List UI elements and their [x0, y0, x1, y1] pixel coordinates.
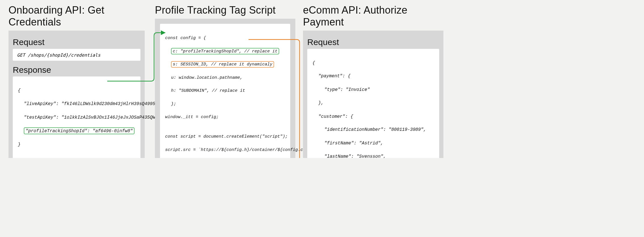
panel1-response-label: Response — [13, 65, 140, 75]
panel2-title: Profile Tracking Tag Script — [155, 4, 295, 16]
config-c-hl: c: "profileTrackingShopId", // replace i… — [171, 48, 279, 54]
code-line: }, — [312, 100, 434, 107]
code-line: "type": "Invoice" — [312, 87, 434, 93]
code-line: u: window.location.pathname, — [165, 74, 285, 81]
code-line: "customer": { — [312, 113, 434, 120]
panel1-response-code: { "liveApiKey": "fkI46lLDWslk9d230dm43jH… — [13, 76, 140, 158]
code-line: { — [312, 60, 434, 67]
code-line: { — [18, 87, 135, 94]
panel1-title: Onboarding API: Get Credentials — [9, 4, 145, 28]
code-line: script.src = `https://${config.h}/contai… — [165, 147, 285, 153]
panel2-code: const config = { c: "profileTrackingShop… — [160, 24, 290, 158]
code-line-highlight-green: c: "profileTrackingShopId", // replace i… — [165, 48, 285, 54]
code-line: "lastName": "Svensson", — [312, 153, 434, 158]
onboarding-api-panel: Onboarding API: Get Credentials Request … — [9, 4, 145, 158]
code-line: "identificationNumber": "800119-3989", — [312, 127, 434, 133]
code-line-highlight-orange: s: SESSION_ID, // replace it dynamicaly — [165, 61, 285, 67]
code-line: const config = { — [165, 35, 285, 41]
config-s-hl: s: SESSION_ID, // replace it dynamicaly — [171, 61, 274, 67]
code-line: "payment": { — [312, 73, 434, 80]
panel2-body: const config = { c: "profileTrackingShop… — [155, 19, 295, 158]
code-line: "liveApiKey": "fkI46lLDWslk9d230dm43jHlr… — [18, 101, 135, 108]
code-line: "firstName": "Astrid", — [312, 140, 434, 147]
code-line: } — [18, 141, 135, 148]
code-line: h: "SUBDOMAIN", // replace it — [165, 87, 285, 94]
panel1-body: Request GET /shops/{shopId}/credentials … — [9, 31, 145, 158]
panel1-request-label: Request — [13, 37, 140, 47]
panel3-code: { "payment": { "type": "Invoice" }, "cus… — [307, 49, 439, 158]
code-line-highlight-green: "profileTrackingShopId": "af6496-0infw8" — [18, 127, 135, 134]
code-line: const script = document.createElement("s… — [165, 133, 285, 140]
panel3-body: Request { "payment": { "type": "Invoice"… — [303, 31, 443, 158]
profile-tracking-script-panel: Profile Tracking Tag Script const config… — [155, 4, 295, 158]
ecomm-api-panel: eComm API: Authorize Payment Request { "… — [303, 4, 443, 158]
code-line: "testApiKey": "1olkkIzAlSvBJOx1I46JjeJxJ… — [18, 114, 135, 121]
panel3-title: eComm API: Authorize Payment — [303, 4, 443, 28]
profile-tracking-shop-id-hl: "profileTrackingShopId": "af6496-0infw8" — [24, 127, 134, 134]
code-line: }; — [165, 101, 285, 107]
panel1-request-code: GET /shops/{shopId}/credentials — [13, 49, 140, 61]
panel3-request-label: Request — [307, 37, 439, 47]
code-line: window._itt = config; — [165, 114, 285, 120]
